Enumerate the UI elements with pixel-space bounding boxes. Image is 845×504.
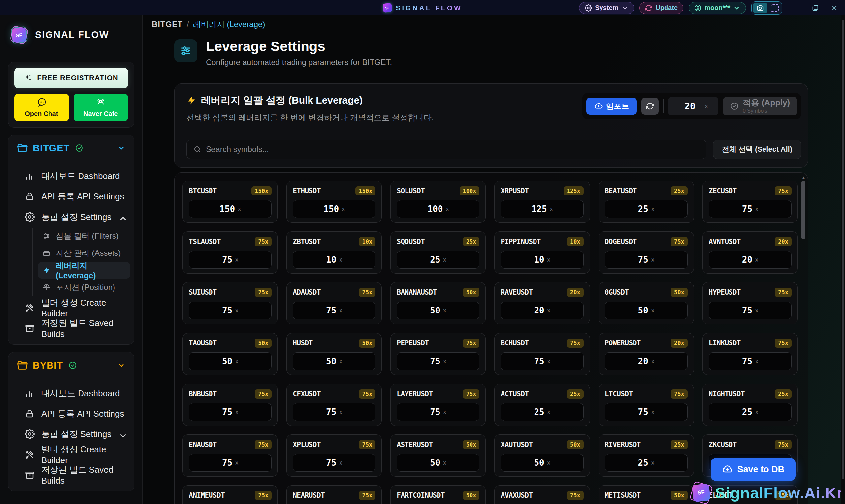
user-menu-button[interactable]: moon*** [689,2,746,14]
maximize-button[interactable] [811,4,819,12]
multiplier-suffix: x [705,103,708,110]
leverage-input[interactable]: 75x [605,403,688,421]
page-header: Leverage Settings Configure automated tr… [174,39,392,67]
scroll-up-arrow[interactable]: ▲ [802,175,806,179]
leverage-input[interactable]: 100x [397,200,479,218]
leverage-value: 75 [742,306,752,316]
leverage-input[interactable]: 50x [605,302,688,319]
menu-item-gear[interactable]: 통합 설정 Settings [12,207,130,227]
breadcrumb-current[interactable]: 레버리지 (Leverage) [193,19,265,30]
leverage-input[interactable]: 20x [709,251,792,269]
max-leverage-badge: 75x [359,491,376,500]
max-leverage-badge: 150x [355,186,376,196]
leverage-input[interactable]: 75x [293,403,376,421]
leverage-input[interactable]: 50x [397,302,479,319]
leverage-input[interactable]: 75x [189,251,272,269]
leverage-input[interactable]: 75x [397,353,479,370]
naver-cafe-button[interactable]: Naver Cafe [73,94,128,121]
system-menu-button[interactable]: System [579,2,634,14]
leverage-input[interactable]: 25x [605,454,688,472]
max-leverage-badge: 75x [775,186,792,196]
leverage-input[interactable]: 150x [293,200,376,218]
symbol-card: RIVERUSDT25x25x [599,434,694,476]
capture-toolbar [751,1,782,15]
leverage-input[interactable]: 10x [501,251,583,269]
menu-item-lock[interactable]: API 등록 API Settings [12,403,130,424]
menu-item-chart[interactable]: 대시보드 Dashboard [12,166,130,186]
multiplier-suffix: x [547,460,550,466]
grid-scrollbar[interactable]: ▲ [801,175,806,504]
leverage-input[interactable]: 25x [605,200,688,218]
bulk-refresh-button[interactable] [641,97,659,115]
leverage-input[interactable]: 75x [293,454,376,472]
chevron-down-icon [118,144,125,152]
submenu-item-filters[interactable]: 심볼 필터 (Filters) [38,228,130,244]
menu-item-archive[interactable]: 저장된 빌드 Saved Builds [12,465,130,485]
submenu-item-wallet[interactable]: 자산 관리 (Assets) [38,245,130,262]
leverage-input[interactable]: 75x [293,302,376,319]
leverage-input[interactable]: 20x [605,353,688,370]
breadcrumb-root[interactable]: BITGET [152,20,183,29]
submenu-item-scales[interactable]: 포지션 (Position) [38,279,130,296]
symbol-name: NIGHTUSDT [709,390,745,398]
leverage-input[interactable]: 75x [709,353,792,370]
leverage-input[interactable]: 75x [189,302,272,319]
page-scrollbar[interactable] [841,16,845,504]
minimize-button[interactable] [792,4,800,12]
update-button[interactable]: Update [639,2,683,14]
select-all-button[interactable]: 전체 선택 (Select All) [713,140,801,159]
leverage-input[interactable]: 25x [397,251,479,269]
leverage-input[interactable]: 50x [397,454,479,472]
leverage-input[interactable]: 25x [501,403,583,421]
leverage-input[interactable]: 125x [501,200,583,218]
snip-button[interactable] [771,4,779,12]
grid-scrollbar-thumb[interactable] [801,181,805,239]
leverage-input[interactable]: 75x [189,454,272,472]
apply-button[interactable]: 적용 (Apply) 0 Symbols [723,97,797,115]
close-button[interactable] [830,4,839,12]
save-to-db-button[interactable]: Save to DB [711,458,795,481]
leverage-input[interactable]: 75x [709,302,792,319]
menu-item-tools[interactable]: 빌더 생성 Create Builder [12,444,130,465]
leverage-value: 75 [430,356,440,366]
leverage-value: 50 [430,306,440,316]
camera-button[interactable] [753,3,768,13]
submenu-item-bolt[interactable]: 레버리지 (Leverage) [38,262,130,278]
bulk-leverage-value-box: x [668,97,718,115]
menu-item-tools[interactable]: 빌더 생성 Create Builder [12,298,130,318]
symbol-card: METISUSDT50x50x [599,485,694,504]
bitget-section-header[interactable]: BITGET [8,135,134,161]
leverage-input[interactable]: 25x [709,403,792,421]
menu-item-gear[interactable]: 통합 설정 Settings [12,424,130,444]
leverage-input[interactable]: 150x [189,200,272,218]
bulk-leverage-input[interactable] [678,101,702,112]
free-registration-button[interactable]: FREE REGISTRATION [14,68,128,88]
minimize-icon [793,5,799,11]
leverage-input[interactable]: 20x [501,302,583,319]
leverage-input[interactable]: 75x [501,353,583,370]
leverage-value: 75 [638,255,648,265]
symbol-card: ACTUSDT25x25x [494,384,590,426]
menu-item-archive[interactable]: 저장된 빌드 Saved Builds [12,318,130,339]
leverage-input[interactable]: 75x [397,403,479,421]
bybit-section-header[interactable]: BYBIT [8,353,134,378]
user-icon [694,4,702,12]
import-button[interactable]: 임포트 [586,97,637,115]
menu-item-lock[interactable]: API 등록 API Settings [12,186,130,207]
page-scrollbar-thumb[interactable] [842,20,844,479]
leverage-input[interactable]: 50x [189,353,272,370]
symbol-card: AVAXUSDT75x75x [494,485,590,504]
max-leverage-badge: 100x [460,186,480,196]
menu-item-chart[interactable]: 대시보드 Dashboard [12,383,130,403]
leverage-value: 75 [222,255,232,265]
leverage-input[interactable]: 75x [709,200,792,218]
open-chat-button[interactable]: Open Chat [14,94,69,121]
leverage-input[interactable]: 50x [501,454,583,472]
leverage-input[interactable]: 75x [189,403,272,421]
leverage-input[interactable]: 50x [293,353,376,370]
leverage-input[interactable]: 10x [293,251,376,269]
leverage-input[interactable]: 75x [605,251,688,269]
search-input[interactable] [206,145,700,154]
apply-label: 적용 (Apply) [743,98,790,107]
camera-icon [757,4,764,12]
